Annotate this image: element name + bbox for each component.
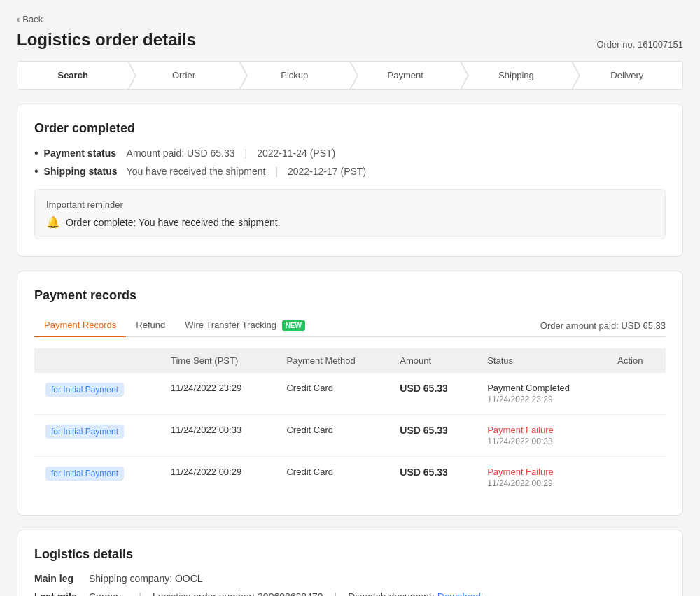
row-action	[606, 457, 666, 499]
reminder-box: Important reminder 🔔 Order complete: You…	[34, 189, 666, 239]
shipping-status-label: Shipping status	[44, 166, 121, 177]
main-leg-label: Main leg	[34, 573, 83, 584]
progress-step-search: Search	[18, 62, 128, 89]
table-row: for Initial Payment 11/24/2022 00:33 Cre…	[34, 415, 666, 457]
progress-step-pickup: Pickup	[239, 62, 350, 89]
order-no-label: Order no.	[596, 39, 635, 50]
status-text: Payment Failure	[487, 425, 595, 435]
row-method: Credit Card	[275, 457, 388, 499]
back-label: Back	[22, 14, 43, 24]
tab-refund[interactable]: Refund	[126, 314, 175, 337]
shipping-status-date: 2022-12-17 (PST)	[288, 166, 366, 177]
row-time: 11/24/2022 00:33	[160, 415, 276, 457]
reminder-icon: 🔔	[46, 215, 60, 229]
main-leg-row: Main leg Shipping company: OOCL	[34, 573, 666, 584]
page-title: Logistics order details	[17, 30, 196, 50]
tab-payment-records[interactable]: Payment Records	[34, 314, 126, 337]
last-mile-dispatch: Dispatch document: Download ↓	[348, 591, 488, 596]
payment-status-value: Amount paid: USD 65.33	[127, 148, 235, 159]
row-tag: for Initial Payment	[34, 373, 160, 415]
row-method: Credit Card	[275, 415, 388, 457]
payment-tag-badge: for Initial Payment	[46, 425, 124, 439]
payment-table: Time Sent (PST) Payment Method Amount St…	[34, 348, 666, 498]
last-mile-label: Last mile	[34, 591, 83, 596]
status-list: Payment status Amount paid: USD 65.33 | …	[34, 147, 666, 178]
col-time: Time Sent (PST)	[160, 348, 276, 373]
col-tag	[34, 348, 160, 373]
row-amount: USD 65.33	[388, 457, 476, 499]
tabs-row: Payment Records Refund Wire Transfer Tra…	[34, 314, 666, 337]
table-row: for Initial Payment 11/24/2022 23:29 Cre…	[34, 373, 666, 415]
col-amount: Amount	[388, 348, 476, 373]
row-amount: USD 65.33	[388, 415, 476, 457]
page-header: Logistics order details Order no. 161007…	[17, 30, 683, 50]
back-link[interactable]: ‹ Back	[17, 14, 683, 24]
shipping-status-value: You have received the shipment	[127, 166, 266, 177]
order-no-value: 161007151	[638, 39, 683, 50]
status-text: Payment Failure	[487, 467, 595, 477]
reminder-title: Important reminder	[46, 199, 654, 210]
new-badge: NEW	[282, 320, 305, 331]
shipping-divider: |	[275, 166, 278, 177]
progress-step-delivery: Delivery	[572, 62, 682, 89]
row-tag: for Initial Payment	[34, 457, 160, 499]
tabs-left: Payment Records Refund Wire Transfer Tra…	[34, 314, 315, 336]
row-tag: for Initial Payment	[34, 415, 160, 457]
payment-tag-badge: for Initial Payment	[46, 467, 124, 481]
page-wrapper: ‹ Back Logistics order details Order no.…	[0, 0, 700, 596]
status-time: 11/24/2022 23:29	[487, 395, 595, 404]
order-amount-paid: Order amount paid: USD 65.33	[540, 315, 666, 336]
tab-wire-transfer[interactable]: Wire Transfer Tracking NEW	[175, 314, 315, 337]
logistics-details-title: Logistics details	[34, 547, 666, 562]
col-method: Payment Method	[275, 348, 388, 373]
order-completed-title: Order completed	[34, 121, 666, 136]
progress-step-shipping: Shipping	[461, 62, 571, 89]
row-time: 11/24/2022 23:29	[160, 373, 276, 415]
download-icon: ↓	[484, 593, 488, 596]
last-mile-pipe1: |	[139, 591, 141, 596]
download-link[interactable]: Download ↓	[438, 591, 488, 596]
last-mile-row: Last mile Carrier: - | Logistics order n…	[34, 591, 666, 596]
progress-bar: Search Order Pickup Payment Shipping Del…	[17, 61, 683, 90]
status-time: 11/24/2022 00:33	[487, 437, 595, 446]
col-status: Status	[476, 348, 606, 373]
last-mile-order-number: Logistics order number: 390698628479	[153, 591, 323, 596]
row-action	[606, 415, 666, 457]
row-amount: USD 65.33	[388, 373, 476, 415]
payment-status-date: 2022-11-24 (PST)	[257, 148, 335, 159]
last-mile-pipe2: |	[335, 591, 337, 596]
row-time: 11/24/2022 00:29	[160, 457, 276, 499]
row-status: Payment Completed 11/24/2022 23:29	[476, 373, 606, 415]
payment-divider: |	[244, 148, 247, 159]
row-status: Payment Failure 11/24/2022 00:29	[476, 457, 606, 499]
main-leg-company: Shipping company: OOCL	[89, 573, 203, 584]
payment-tag-badge: for Initial Payment	[46, 383, 124, 397]
payment-status-item: Payment status Amount paid: USD 65.33 | …	[34, 147, 666, 159]
row-method: Credit Card	[275, 373, 388, 415]
progress-step-order: Order	[128, 62, 239, 89]
payment-records-title: Payment records	[34, 288, 666, 303]
status-time: 11/24/2022 00:29	[487, 478, 595, 488]
row-action	[606, 373, 666, 415]
back-chevron-icon: ‹	[17, 14, 20, 24]
row-status: Payment Failure 11/24/2022 00:33	[476, 415, 606, 457]
payment-records-card: Payment records Payment Records Refund W…	[17, 271, 683, 516]
reminder-message: Order complete: You have received the sh…	[66, 217, 281, 228]
status-text: Payment Completed	[487, 383, 595, 393]
col-action: Action	[606, 348, 666, 373]
table-row: for Initial Payment 11/24/2022 00:29 Cre…	[34, 457, 666, 499]
last-mile-carrier: Carrier: -	[89, 591, 127, 596]
order-number: Order no. 161007151	[596, 39, 683, 50]
payment-status-label: Payment status	[44, 148, 121, 159]
shipping-status-item: Shipping status You have received the sh…	[34, 165, 666, 178]
order-completed-card: Order completed Payment status Amount pa…	[17, 104, 683, 257]
table-header-row: Time Sent (PST) Payment Method Amount St…	[34, 348, 666, 373]
logistics-details-card: Logistics details Main leg Shipping comp…	[17, 530, 683, 596]
reminder-content: 🔔 Order complete: You have received the …	[46, 215, 654, 229]
progress-step-payment: Payment	[350, 62, 461, 89]
